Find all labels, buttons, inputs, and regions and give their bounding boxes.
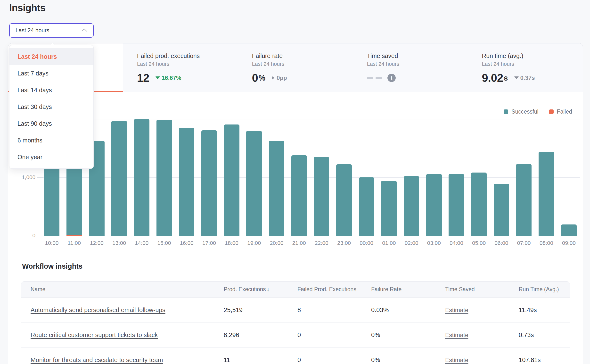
workflow-name-cell: Monitor for threats and escalate to secu… xyxy=(21,347,224,364)
x-axis-label-02:00: 02:00 xyxy=(400,240,423,246)
bar-04:00[interactable] xyxy=(449,174,464,236)
menu-item-last-24-hours[interactable]: Last 24 hours xyxy=(9,48,93,65)
column-header-failure-rate[interactable]: Failure Rate xyxy=(371,281,445,298)
prod-executions-cell: 8,296 xyxy=(224,323,297,347)
bar-successful-segment xyxy=(224,124,239,236)
bar-successful-segment xyxy=(201,130,217,236)
x-axis-label-21:00: 21:00 xyxy=(288,240,310,246)
menu-item-last-14-days[interactable]: Last 14 days xyxy=(9,82,93,99)
failure-rate-cell: 0% xyxy=(371,347,445,364)
bar-successful-segment xyxy=(336,164,352,236)
run-time-cell: 11.49s xyxy=(519,298,570,323)
x-axis-label-17:00: 17:00 xyxy=(198,240,221,246)
bar-22:00[interactable] xyxy=(314,157,329,236)
bar-slot xyxy=(400,43,423,236)
bar-19:00[interactable] xyxy=(246,131,262,236)
bar-successful-segment xyxy=(404,176,419,236)
bar-18:00[interactable] xyxy=(224,124,239,236)
bar-slot xyxy=(355,43,378,236)
menu-item-last-90-days[interactable]: Last 90 days xyxy=(9,115,93,132)
time-saved-cell: Estimate xyxy=(445,323,519,347)
bar-slot xyxy=(288,43,310,236)
table-row: Route critical customer support tickets … xyxy=(21,323,570,347)
workflow-link[interactable]: Route critical customer support tickets … xyxy=(31,331,158,338)
bar-successful-segment xyxy=(246,131,262,236)
bar-03:00[interactable] xyxy=(426,174,442,236)
failed-prod-executions-cell: 0 xyxy=(297,347,371,364)
bar-06:00[interactable] xyxy=(494,184,509,236)
bar-slot xyxy=(423,43,445,236)
workflow-link[interactable]: Monitor for threats and escalate to secu… xyxy=(31,356,163,363)
bar-successful-segment xyxy=(539,152,554,236)
bar-05:00[interactable] xyxy=(471,173,487,236)
workflow-insights-title: Workflow insights xyxy=(22,262,82,270)
column-header-prod-executions[interactable]: Prod. Executions↓ xyxy=(224,281,297,298)
bar-16:00[interactable] xyxy=(179,128,194,236)
bar-slot xyxy=(153,43,175,236)
column-header-name[interactable]: Name xyxy=(21,281,224,298)
bar-09:00[interactable] xyxy=(561,224,577,236)
bar-17:00[interactable] xyxy=(201,130,217,236)
bar-successful-segment xyxy=(359,177,374,236)
failure-rate-cell: 0% xyxy=(371,323,445,347)
bar-13:00[interactable] xyxy=(111,121,127,236)
time-range-dropdown[interactable]: Last 24 hours xyxy=(9,23,94,38)
bar-07:00[interactable] xyxy=(516,164,532,236)
bar-slot xyxy=(468,43,490,236)
bar-slot xyxy=(108,43,131,236)
bar-slot xyxy=(333,43,355,236)
estimate-link[interactable]: Estimate xyxy=(445,357,468,363)
time-range-value: Last 24 hours xyxy=(16,27,83,34)
column-header-run-time-avg[interactable]: Run Time (Avg.) xyxy=(519,281,570,298)
x-axis-label-03:00: 03:00 xyxy=(423,240,445,246)
page-title: Insights xyxy=(9,2,45,13)
bar-23:00[interactable] xyxy=(336,164,352,236)
bar-slot xyxy=(310,43,333,236)
menu-item-last-7-days[interactable]: Last 7 days xyxy=(9,65,93,82)
bar-successful-segment xyxy=(494,184,509,236)
menu-item-last-30-days[interactable]: Last 30 days xyxy=(9,99,93,115)
bar-slot xyxy=(378,43,400,236)
x-axis-label-18:00: 18:00 xyxy=(220,240,243,246)
workflow-link[interactable]: Automatically send personalised email fo… xyxy=(31,306,165,313)
bar-successful-segment xyxy=(314,157,329,236)
workflow-name-cell: Automatically send personalised email fo… xyxy=(21,298,224,323)
bar-20:00[interactable] xyxy=(269,141,284,236)
bar-01:00[interactable] xyxy=(381,181,397,236)
bar-08:00[interactable] xyxy=(539,152,554,236)
y-tick-label: 0 xyxy=(8,232,35,239)
time-range-menu: Last 24 hoursLast 7 daysLast 14 daysLast… xyxy=(9,45,94,169)
column-header-failed-prod-executions[interactable]: Failed Prod. Executions xyxy=(297,281,371,298)
bar-02:00[interactable] xyxy=(404,176,419,236)
time-saved-cell: Estimate xyxy=(445,298,519,323)
bar-successful-segment xyxy=(156,120,172,236)
chart-x-axis-labels: 10:0011:0012:0013:0014:0015:0016:0017:00… xyxy=(41,240,580,246)
bar-slot xyxy=(535,43,558,236)
bar-slot xyxy=(131,43,153,236)
y-tick xyxy=(37,236,43,236)
x-axis-label-14:00: 14:00 xyxy=(131,240,153,246)
x-axis-label-13:00: 13:00 xyxy=(108,240,131,246)
x-axis-label-22:00: 22:00 xyxy=(310,240,333,246)
executions-bar-chart xyxy=(41,43,580,236)
bar-successful-segment xyxy=(426,174,442,236)
bar-14:00[interactable] xyxy=(134,119,149,236)
failure-rate-cell: 0.03% xyxy=(371,298,445,323)
x-axis-label-09:00: 09:00 xyxy=(557,240,580,246)
menu-item-one-year[interactable]: One year xyxy=(9,149,93,165)
x-axis-label-10:00: 10:00 xyxy=(41,240,63,246)
bar-successful-segment xyxy=(449,174,464,236)
bar-successful-segment xyxy=(471,173,487,236)
table-row: Monitor for threats and escalate to secu… xyxy=(21,347,570,364)
run-time-cell: 0.73s xyxy=(519,323,570,347)
bar-15:00[interactable] xyxy=(156,120,172,236)
estimate-link[interactable]: Estimate xyxy=(445,332,468,338)
bar-successful-segment xyxy=(561,224,577,236)
menu-item-6-months[interactable]: 6 months xyxy=(9,132,93,149)
run-time-cell: 107.81s xyxy=(519,347,570,364)
bar-21:00[interactable] xyxy=(291,155,307,236)
bar-00:00[interactable] xyxy=(359,177,374,236)
x-axis-label-06:00: 06:00 xyxy=(490,240,513,246)
column-header-time-saved[interactable]: Time Saved xyxy=(445,281,519,298)
estimate-link[interactable]: Estimate xyxy=(445,307,468,313)
